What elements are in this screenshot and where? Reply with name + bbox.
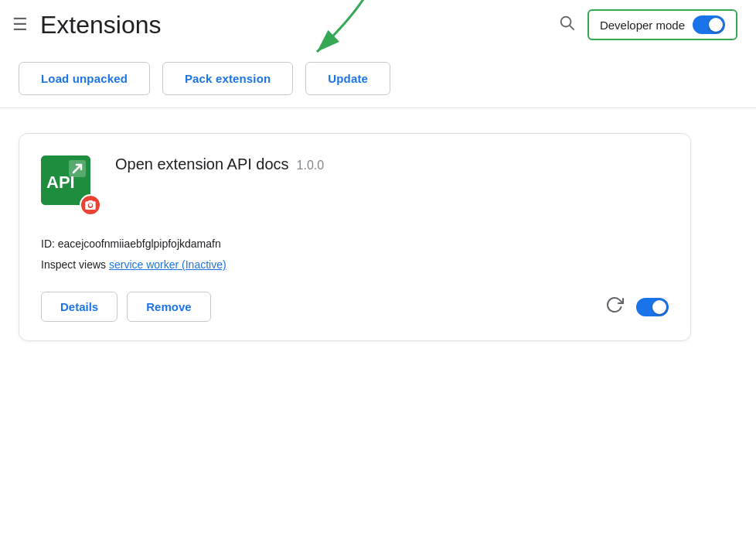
- menu-icon[interactable]: ☰: [12, 16, 28, 33]
- service-worker-link[interactable]: service worker (Inactive): [109, 258, 226, 271]
- pack-extension-button[interactable]: Pack extension: [162, 62, 293, 95]
- inspect-views-label: Inspect views: [41, 258, 106, 271]
- extension-toggle[interactable]: [636, 298, 669, 316]
- card-info: Open extension API docs 1.0.0: [115, 155, 669, 176]
- page-title: Extensions: [40, 11, 162, 39]
- inspect-views-row: Inspect views service worker (Inactive): [41, 257, 669, 273]
- toolbar: Load unpacked Pack extension Update: [0, 50, 756, 108]
- load-unpacked-button[interactable]: Load unpacked: [19, 62, 150, 95]
- extension-name-row: Open extension API docs 1.0.0: [115, 155, 669, 173]
- svg-line-1: [570, 26, 574, 29]
- main-content: API: [0, 108, 756, 366]
- extension-toggle-thumb: [652, 300, 666, 314]
- developer-mode-label: Developer mode: [600, 19, 685, 32]
- card-top: API: [41, 155, 669, 211]
- reload-icon[interactable]: [605, 296, 624, 319]
- card-right-controls: [605, 296, 669, 319]
- extension-icon-wrapper: API: [41, 155, 97, 211]
- header-right: Developer mode: [558, 9, 737, 40]
- card-details: ID: eacejcoofnmiiaebfglpipfojkdamafn Ins…: [41, 236, 669, 273]
- extension-version: 1.0.0: [297, 159, 325, 173]
- header-left: ☰ Extensions: [12, 11, 162, 39]
- search-icon[interactable]: [558, 14, 575, 36]
- card-actions: Details Remove: [41, 292, 211, 322]
- extension-toggle-track: [636, 298, 669, 316]
- camera-badge: [80, 194, 101, 216]
- update-button[interactable]: Update: [305, 62, 390, 95]
- toggle-track: [693, 15, 725, 34]
- remove-button[interactable]: Remove: [127, 292, 210, 322]
- extension-card: API: [19, 133, 691, 341]
- developer-mode-toggle[interactable]: [693, 15, 725, 34]
- toggle-thumb: [709, 18, 723, 32]
- details-button[interactable]: Details: [41, 292, 117, 322]
- extension-name: Open extension API docs: [115, 155, 289, 173]
- card-bottom: Details Remove: [41, 292, 669, 322]
- extension-id-row: ID: eacejcoofnmiiaebfglpipfojkdamafn: [41, 236, 669, 252]
- developer-mode-box: Developer mode: [587, 9, 737, 40]
- header: ☰ Extensions Developer mode: [0, 0, 756, 50]
